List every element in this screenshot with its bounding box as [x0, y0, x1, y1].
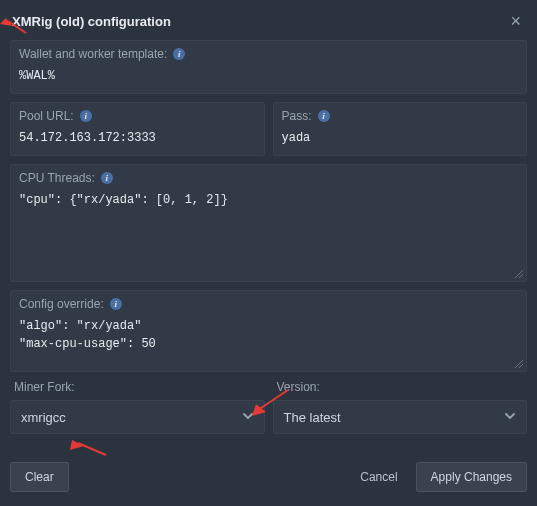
footer-right: Cancel Apply Changes	[346, 462, 527, 492]
modal-footer: Clear Cancel Apply Changes	[0, 448, 537, 506]
wallet-field[interactable]: Wallet and worker template: i %WAL%	[10, 40, 527, 94]
wallet-value[interactable]: %WAL%	[19, 67, 518, 85]
resize-handle-icon[interactable]	[512, 267, 524, 279]
pass-label: Pass: i	[282, 109, 519, 123]
config-label: Config override: i	[19, 297, 518, 311]
config-label-text: Config override:	[19, 297, 104, 311]
miner-fork-select[interactable]: xmrigcc	[10, 400, 265, 434]
wallet-label-text: Wallet and worker template:	[19, 47, 167, 61]
pool-label: Pool URL: i	[19, 109, 256, 123]
pass-field[interactable]: Pass: i yada	[273, 102, 528, 156]
apply-changes-button[interactable]: Apply Changes	[416, 462, 527, 492]
clear-button[interactable]: Clear	[10, 462, 69, 492]
pass-label-text: Pass:	[282, 109, 312, 123]
miner-fork-label: Miner Fork:	[10, 380, 265, 394]
pool-value[interactable]: 54.172.163.172:3333	[19, 129, 256, 147]
info-icon[interactable]: i	[110, 298, 122, 310]
pool-pass-row: Pool URL: i 54.172.163.172:3333 Pass: i …	[10, 102, 527, 156]
miner-fork-group: Miner Fork: xmrigcc	[10, 380, 265, 434]
info-icon[interactable]: i	[173, 48, 185, 60]
modal-title: XMRig (old) configuration	[12, 14, 171, 29]
pool-label-text: Pool URL:	[19, 109, 74, 123]
svg-line-0	[515, 270, 523, 278]
pass-value[interactable]: yada	[282, 129, 519, 147]
modal-header: XMRig (old) configuration ×	[0, 0, 537, 40]
resize-handle-icon[interactable]	[512, 357, 524, 369]
cancel-button[interactable]: Cancel	[346, 463, 411, 491]
version-value: The latest	[284, 410, 341, 425]
chevron-down-icon	[504, 409, 516, 425]
info-icon[interactable]: i	[80, 110, 92, 122]
info-icon[interactable]: i	[101, 172, 113, 184]
version-group: Version: The latest	[273, 380, 528, 434]
fork-version-row: Miner Fork: xmrigcc Version: The latest	[10, 380, 527, 434]
pool-field[interactable]: Pool URL: i 54.172.163.172:3333	[10, 102, 265, 156]
close-icon[interactable]: ×	[506, 10, 525, 32]
svg-line-3	[519, 364, 523, 368]
svg-line-1	[519, 274, 523, 278]
cpu-threads-field[interactable]: CPU Threads: i "cpu": {"rx/yada": [0, 1,…	[10, 164, 527, 282]
chevron-down-icon	[242, 409, 254, 425]
cpu-label: CPU Threads: i	[19, 171, 518, 185]
modal-body: Wallet and worker template: i %WAL% Pool…	[0, 40, 537, 448]
config-override-field[interactable]: Config override: i "algo": "rx/yada" "ma…	[10, 290, 527, 372]
svg-line-2	[515, 360, 523, 368]
cpu-label-text: CPU Threads:	[19, 171, 95, 185]
version-select[interactable]: The latest	[273, 400, 528, 434]
wallet-label: Wallet and worker template: i	[19, 47, 518, 61]
version-label: Version:	[273, 380, 528, 394]
miner-fork-value: xmrigcc	[21, 410, 66, 425]
config-value[interactable]: "algo": "rx/yada" "max-cpu-usage": 50	[19, 317, 518, 353]
info-icon[interactable]: i	[318, 110, 330, 122]
config-modal: XMRig (old) configuration × Wallet and w…	[0, 0, 537, 506]
cpu-value[interactable]: "cpu": {"rx/yada": [0, 1, 2]}	[19, 191, 518, 209]
